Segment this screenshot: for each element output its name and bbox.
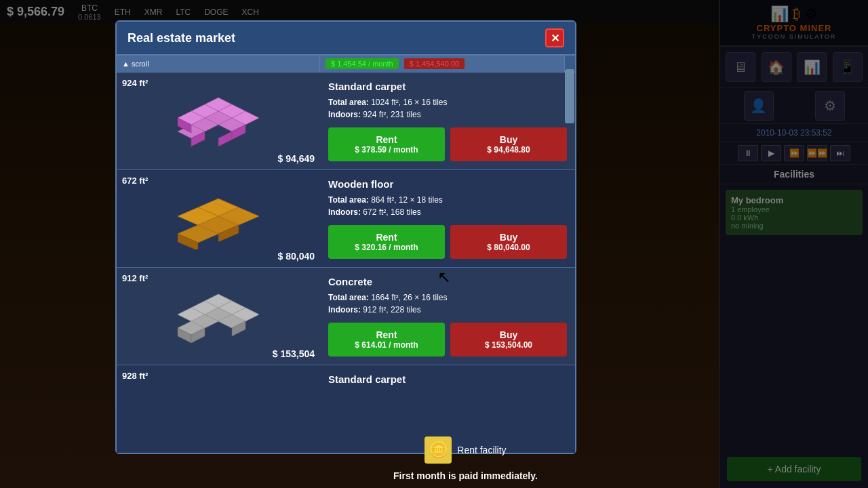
property-info-2: Wooden floor Total area: 864 ft², 12 × 1… xyxy=(320,170,575,267)
property-type-3: Concrete xyxy=(328,276,567,287)
property-size-1: 924 ft² xyxy=(122,78,148,88)
property-type-4: Standard carpet xyxy=(328,373,567,385)
property-total-area-2: Total area: 864 ft², 12 × 18 tiles xyxy=(328,195,567,205)
property-price-1: $ 94,649 xyxy=(278,153,315,164)
real-estate-modal: Real estate market ✕ ▲ scroll $ 1,454.54… xyxy=(115,20,576,454)
property-indoors-2: Indoors: 672 ft², 168 tiles xyxy=(328,207,567,217)
property-actions-1: Rent $ 378.59 / month Buy $ 94,648.80 xyxy=(328,127,567,161)
tooltip-area: 🪙 Rent facility First month is paid imme… xyxy=(393,436,538,481)
property-type-1: Standard carpet xyxy=(328,81,567,92)
property-row-2: 672 ft² $ 80 xyxy=(117,170,575,268)
property-row-3: 912 ft² xyxy=(117,268,575,365)
modal-header: Real estate market ✕ xyxy=(117,22,575,56)
scrollbar[interactable] xyxy=(564,56,575,72)
property-indoors-1: Indoors: 924 ft², 231 tiles xyxy=(328,110,567,119)
property-size-2: 672 ft² xyxy=(122,176,148,186)
rent-button-1[interactable]: Rent $ 378.59 / month xyxy=(328,127,445,161)
property-info-1: Standard carpet Total area: 1024 ft², 16… xyxy=(320,73,575,169)
property-price-3: $ 153,504 xyxy=(273,348,315,359)
property-type-2: Wooden floor xyxy=(328,178,567,190)
modal-overlay: Real estate market ✕ ▲ scroll $ 1,454.54… xyxy=(0,0,868,488)
tooltip-label: Rent facility xyxy=(457,445,506,455)
buy-button-1[interactable]: Buy $ 94,648.80 xyxy=(450,127,567,161)
property-image-2: 672 ft² $ 80 xyxy=(117,170,320,267)
rent-facility-icon: 🪙 xyxy=(425,436,452,464)
property-actions-3: Rent $ 614.01 / month Buy $ 153,504.00 xyxy=(328,323,567,357)
svg-marker-13 xyxy=(218,131,232,146)
rent-button-3[interactable]: Rent $ 614.01 / month xyxy=(328,323,445,357)
property-row: 924 ft² xyxy=(117,73,575,170)
property-image-4: 928 ft² xyxy=(117,365,320,453)
property-visual-3 xyxy=(164,286,273,347)
property-total-area-3: Total area: 1664 ft², 26 × 16 tiles xyxy=(328,293,567,302)
property-size-4: 928 ft² xyxy=(122,371,148,381)
modal-body[interactable]: ▲ scroll $ 1,454.54 / month $ 1,454,540.… xyxy=(117,56,575,453)
rent-button-2[interactable]: Rent $ 320.16 / month xyxy=(328,225,445,259)
property-size-3: 912 ft² xyxy=(122,273,148,283)
property-info-3: Concrete Total area: 1664 ft², 26 × 16 t… xyxy=(320,268,575,365)
property-price-2: $ 80,040 xyxy=(278,251,315,262)
buy-button-2[interactable]: Buy $ 80,040.00 xyxy=(450,225,567,259)
modal-title: Real estate market xyxy=(127,31,235,45)
property-indoors-3: Indoors: 912 ft², 228 tiles xyxy=(328,305,567,314)
tooltip-note: First month is paid immediately. xyxy=(393,470,538,481)
property-visual-1 xyxy=(164,91,273,152)
scroll-area-top: ▲ scroll $ 1,454.54 / month $ 1,454,540.… xyxy=(117,56,575,73)
property-visual-2 xyxy=(164,188,273,249)
property-total-area-1: Total area: 1024 ft², 16 × 16 tiles xyxy=(328,98,567,107)
scrollbar-thumb[interactable] xyxy=(565,69,574,123)
property-image-1: 924 ft² xyxy=(117,73,320,169)
property-image-3: 912 ft² xyxy=(117,268,320,365)
modal-close-button[interactable]: ✕ xyxy=(545,28,564,47)
property-actions-2: Rent $ 320.16 / month Buy $ 80,040.00 xyxy=(328,225,567,259)
buy-button-3[interactable]: Buy $ 153,504.00 xyxy=(450,323,567,357)
